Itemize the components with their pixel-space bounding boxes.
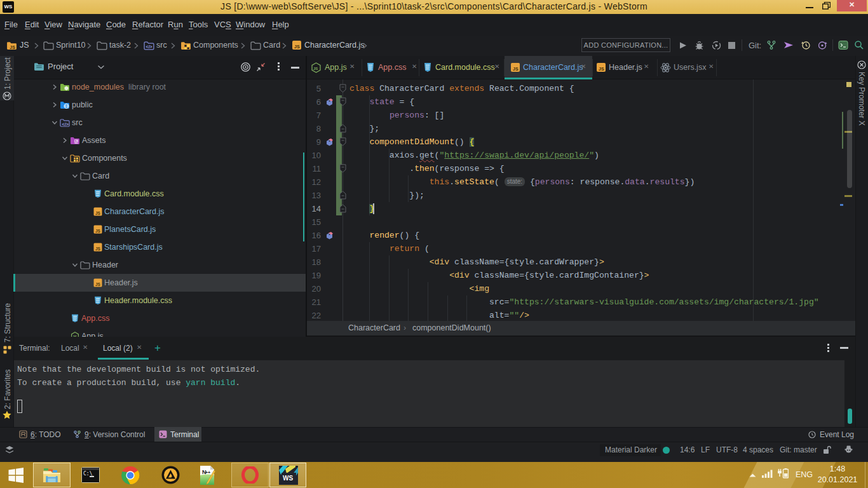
svg-text:JS: JS (95, 211, 101, 215)
svg-text:JS: JS (599, 67, 604, 71)
svg-text:JS: JS (513, 67, 519, 71)
svg-text:JS: JS (95, 229, 101, 233)
svg-text:++: ++ (205, 470, 210, 475)
svg-text:</>: </> (146, 44, 153, 49)
svg-text:JS: JS (10, 45, 15, 50)
svg-text:JS: JS (95, 282, 101, 287)
svg-text:C:\: C:\ (83, 471, 93, 477)
svg-text:JS: JS (294, 44, 300, 49)
svg-text:WS: WS (283, 475, 293, 482)
svg-text:JS: JS (313, 67, 318, 71)
svg-text:</>: </> (62, 122, 69, 126)
svg-text:JS: JS (95, 247, 101, 251)
